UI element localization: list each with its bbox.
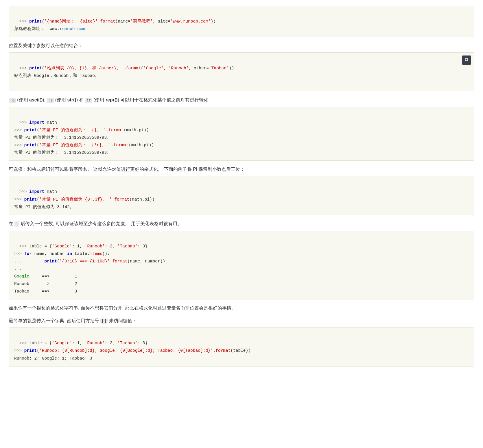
str-taobao-key: 'Taobao' xyxy=(117,244,138,249)
str-runoob-key: 'Runoob' xyxy=(85,244,105,249)
prompt-6a: >>> xyxy=(19,341,29,345)
output-3a: 常量 PI 的值近似为： 3.141592653589793。 xyxy=(14,135,111,140)
prompt-4a: >>> xyxy=(19,189,29,194)
kw-print-5: print xyxy=(44,259,57,264)
str-format-dict: 'Runoob: {0[Runoob]:d}; Google: {0[Googl… xyxy=(39,348,213,353)
bold-ascii: ascii() xyxy=(29,97,43,102)
prompt-3b: >>> xyxy=(14,128,24,132)
str-taobao-key2: 'Taobao' xyxy=(117,341,138,345)
method-format-4: format xyxy=(114,197,129,202)
method-format-6: format xyxy=(215,348,231,353)
output-runoob: Runoob xyxy=(14,282,29,286)
prompt-4b: >>> xyxy=(14,197,24,202)
output-taobao: Taobao xyxy=(14,289,29,294)
output-1: 菜鸟教程网址： www.runoob.com xyxy=(14,27,85,31)
output-2: 站点列表 Google，Runoob，和 Taobao。 xyxy=(14,73,99,78)
method-items: items xyxy=(90,251,102,256)
method-format-3b: format xyxy=(114,143,129,147)
section-text-4: 在 : 后传入一个整数, 可以保证该域至少有这么多的宽度。 用于美化表格时很有用… xyxy=(9,220,474,228)
kw-import-2: import xyxy=(29,189,44,194)
str-google: 'Google' xyxy=(143,66,164,71)
str-taobao: 'Taobao' xyxy=(209,66,229,71)
kw-for: for xyxy=(24,251,32,256)
keyword-print-2: print xyxy=(29,66,42,71)
str-pi-2: '常量 PI 的值近似为： {!r}。 ' xyxy=(39,143,111,147)
kw-print-3: print xyxy=(24,128,37,132)
method-format: format xyxy=(100,19,115,24)
code-block-4: >>> import math >>> print('常量 PI 的值近似为 {… xyxy=(9,176,474,215)
prompt-5a: >>> xyxy=(19,244,29,249)
keyword-print: print xyxy=(29,19,42,24)
inline-code-s: !s xyxy=(47,98,54,103)
kw-print-4: print xyxy=(24,197,37,202)
prompt-5b: >>> xyxy=(14,251,24,256)
prompt-2: >>> xyxy=(19,66,29,71)
code-block-1: >>> print('{name}网址： {site}'.format(name… xyxy=(9,6,474,37)
inline-code-colon: : xyxy=(14,221,19,227)
module-math-2: math xyxy=(47,189,57,194)
output-4: 常量 PI 的值近似为 3.142。 xyxy=(14,205,74,209)
kw-in: in xyxy=(67,251,72,256)
bold-str: str() xyxy=(67,97,76,102)
section-text-3: 可选项：和格式标识符可以跟着字段名。 这就允许对值进行更好的格式化。 下面的例子… xyxy=(9,165,474,173)
str-runoob: 'Runoob' xyxy=(169,66,189,71)
output-link-1: runoob.com xyxy=(60,27,85,31)
prompt-3c: >>> xyxy=(14,143,24,147)
prompt-5c: ... xyxy=(14,259,34,264)
string-1: '{name}网址： {site}' xyxy=(44,19,97,24)
code-block-2: >>> print('站点列表 {0}, {1}, 和 {other}。'.fo… xyxy=(9,52,474,91)
prompt-5d: ... xyxy=(14,266,22,271)
inline-code-a: !a xyxy=(9,98,16,103)
method-format-5: format xyxy=(112,259,127,264)
output-3b: 常量 PI 的值近似为： 3.141592653589793。 xyxy=(14,150,111,155)
prompt: >>> xyxy=(19,19,29,24)
section-text-5a: 如果你有一个很长的格式化字符串, 而你不想将它们分开, 那么在格式化时通过变量名… xyxy=(9,304,474,312)
str-runoob-key2: 'Runoob' xyxy=(85,341,105,345)
code-block-3: >>> import math >>> print('常量 PI 的值近似为： … xyxy=(9,107,474,161)
str-pi-1: '常量 PI 的值近似为： {}。 ' xyxy=(39,128,106,132)
kw-print-6: print xyxy=(24,348,37,353)
output-6: Runoob: 2; Google: 1; Taobao: 3 xyxy=(14,356,92,361)
bold-repr: repr() xyxy=(106,97,118,102)
method-format-2: format xyxy=(126,66,141,71)
inline-code-bracket: [] xyxy=(100,319,108,324)
kw-import-1: import xyxy=(29,120,44,125)
string-2: '站点列表 {0}, {1}, 和 {other}。' xyxy=(44,66,123,71)
str-format-table: '{0:10} ==> {1:10d}' xyxy=(60,259,110,264)
section-text-1: 位置及关键字参数可以任意的结合： xyxy=(9,42,474,49)
str-google-key2: 'Google' xyxy=(52,341,72,345)
prompt-3a: >>> xyxy=(19,120,29,125)
section-text-2: !a (使用 ascii()), !s (使用 str()) 和 !r (使用 … xyxy=(9,96,474,104)
code-block-6: >>> table = {'Google': 1, 'Runoob': 2, '… xyxy=(9,327,474,366)
str-pi-3f: '常量 PI 的值近似为 {0:.3f}。 ' xyxy=(39,197,112,202)
output-google: Google xyxy=(14,274,29,279)
str-name: '菜鸟教程' xyxy=(130,19,153,24)
kw-print-3b: print xyxy=(24,143,37,147)
method-format-3: format xyxy=(108,128,123,132)
copy-button-2[interactable] xyxy=(462,55,471,65)
str-google-key: 'Google' xyxy=(52,244,72,249)
section-text-5b: 最简单的就是传入一个字典, 然后使用方括号 [] 来访问键值： xyxy=(9,317,474,325)
inline-code-r: !r xyxy=(85,98,92,103)
module-math-1: math xyxy=(47,120,57,125)
str-site: 'www.runoob.com' xyxy=(170,19,211,24)
code-block-5: >>> table = {'Google': 1, 'Runoob': 2, '… xyxy=(9,231,474,300)
prompt-6b: >>> xyxy=(14,348,24,353)
